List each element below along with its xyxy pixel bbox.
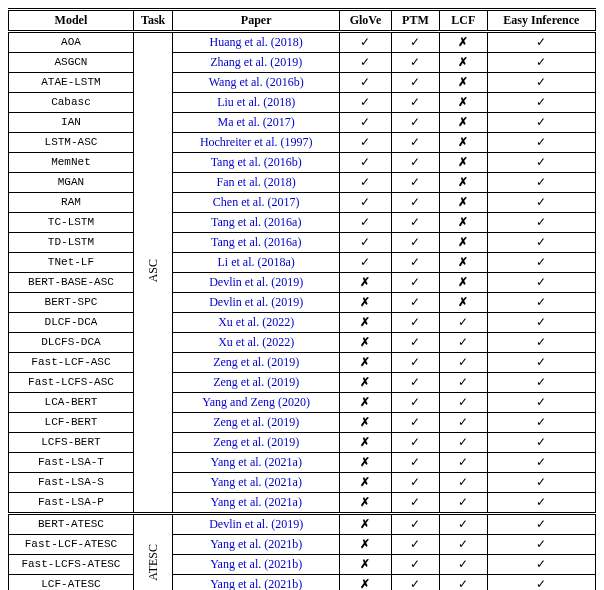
paper-link[interactable]: Yang and Zeng (2020) <box>202 395 310 409</box>
glove-cell: ✗ <box>339 575 391 591</box>
paper-link[interactable]: Liu et al. (2018) <box>217 95 295 109</box>
paper-link[interactable]: Yang et al. (2021b) <box>210 557 302 571</box>
easy-cell: ✓ <box>487 213 595 233</box>
paper-cell: Hochreiter et al. (1997) <box>173 133 340 153</box>
model-cell: BERT-BASE-ASC <box>9 273 134 293</box>
table-row: TD-LSTMTang et al. (2016a)✓✓✗✓ <box>9 233 596 253</box>
paper-cell: Liu et al. (2018) <box>173 93 340 113</box>
table-row: BERT-ATESCATESCDevlin et al. (2019)✗✓✓✓ <box>9 514 596 535</box>
lcf-cell: ✓ <box>439 514 487 535</box>
glove-cell: ✗ <box>339 555 391 575</box>
paper-link[interactable]: Zeng et al. (2019) <box>213 355 299 369</box>
easy-cell: ✓ <box>487 153 595 173</box>
easy-cell: ✓ <box>487 93 595 113</box>
paper-link[interactable]: Xu et al. (2022) <box>218 335 294 349</box>
paper-link[interactable]: Yang et al. (2021b) <box>210 577 302 590</box>
paper-cell: Yang and Zeng (2020) <box>173 393 340 413</box>
table-row: Fast-LCFS-ASCZeng et al. (2019)✗✓✓✓ <box>9 373 596 393</box>
paper-link[interactable]: Yang et al. (2021a) <box>210 475 301 489</box>
ptm-cell: ✓ <box>391 53 439 73</box>
lcf-cell: ✗ <box>439 253 487 273</box>
glove-cell: ✓ <box>339 153 391 173</box>
model-cell: Fast-LCFS-ATESC <box>9 555 134 575</box>
ptm-cell: ✓ <box>391 293 439 313</box>
lcf-cell: ✓ <box>439 555 487 575</box>
paper-link[interactable]: Fan et al. (2018) <box>217 175 296 189</box>
paper-link[interactable]: Zeng et al. (2019) <box>213 375 299 389</box>
task-cell: ASC <box>133 32 173 514</box>
paper-link[interactable]: Tang et al. (2016a) <box>211 215 301 229</box>
table-row: AOAASCHuang et al. (2018)✓✓✗✓ <box>9 32 596 53</box>
lcf-cell: ✗ <box>439 133 487 153</box>
table-row: TNet-LFLi et al. (2018a)✓✓✗✓ <box>9 253 596 273</box>
paper-link[interactable]: Zhang et al. (2019) <box>210 55 302 69</box>
paper-link[interactable]: Li et al. (2018a) <box>218 255 295 269</box>
ptm-cell: ✓ <box>391 373 439 393</box>
ptm-cell: ✓ <box>391 413 439 433</box>
paper-link[interactable]: Devlin et al. (2019) <box>209 517 303 531</box>
easy-cell: ✓ <box>487 514 595 535</box>
paper-link[interactable]: Devlin et al. (2019) <box>209 295 303 309</box>
model-cell: MGAN <box>9 173 134 193</box>
glove-cell: ✗ <box>339 453 391 473</box>
ptm-cell: ✓ <box>391 73 439 93</box>
model-cell: Fast-LSA-S <box>9 473 134 493</box>
col-paper: Paper <box>173 10 340 32</box>
paper-cell: Tang et al. (2016a) <box>173 213 340 233</box>
ptm-cell: ✓ <box>391 353 439 373</box>
paper-link[interactable]: Wang et al. (2016b) <box>209 75 304 89</box>
model-cell: MemNet <box>9 153 134 173</box>
paper-link[interactable]: Huang et al. (2018) <box>210 35 303 49</box>
model-cell: Cabasc <box>9 93 134 113</box>
lcf-cell: ✓ <box>439 373 487 393</box>
paper-cell: Xu et al. (2022) <box>173 313 340 333</box>
paper-link[interactable]: Ma et al. (2017) <box>218 115 295 129</box>
paper-cell: Zeng et al. (2019) <box>173 353 340 373</box>
lcf-cell: ✗ <box>439 153 487 173</box>
glove-cell: ✓ <box>339 93 391 113</box>
paper-link[interactable]: Tang et al. (2016a) <box>211 235 301 249</box>
table-row: TC-LSTMTang et al. (2016a)✓✓✗✓ <box>9 213 596 233</box>
lcf-cell: ✗ <box>439 113 487 133</box>
easy-cell: ✓ <box>487 313 595 333</box>
glove-cell: ✗ <box>339 493 391 514</box>
glove-cell: ✗ <box>339 293 391 313</box>
paper-cell: Zhang et al. (2019) <box>173 53 340 73</box>
glove-cell: ✗ <box>339 413 391 433</box>
ptm-cell: ✓ <box>391 213 439 233</box>
glove-cell: ✗ <box>339 373 391 393</box>
lcf-cell: ✗ <box>439 53 487 73</box>
paper-link[interactable]: Yang et al. (2021a) <box>210 495 301 509</box>
paper-link[interactable]: Devlin et al. (2019) <box>209 275 303 289</box>
easy-cell: ✓ <box>487 453 595 473</box>
lcf-cell: ✗ <box>439 73 487 93</box>
paper-cell: Zeng et al. (2019) <box>173 433 340 453</box>
paper-cell: Devlin et al. (2019) <box>173 273 340 293</box>
table-row: LSTM-ASCHochreiter et al. (1997)✓✓✗✓ <box>9 133 596 153</box>
header-row: Model Task Paper GloVe PTM LCF Easy Infe… <box>9 10 596 32</box>
lcf-cell: ✓ <box>439 453 487 473</box>
lcf-cell: ✗ <box>439 193 487 213</box>
table-row: BERT-SPCDevlin et al. (2019)✗✓✗✓ <box>9 293 596 313</box>
paper-link[interactable]: Zeng et al. (2019) <box>213 435 299 449</box>
paper-link[interactable]: Xu et al. (2022) <box>218 315 294 329</box>
paper-link[interactable]: Yang et al. (2021a) <box>210 455 301 469</box>
model-cell: AOA <box>9 32 134 53</box>
paper-link[interactable]: Zeng et al. (2019) <box>213 415 299 429</box>
paper-link[interactable]: Tang et al. (2016b) <box>211 155 302 169</box>
table-row: LCF-ATESCYang et al. (2021b)✗✓✓✓ <box>9 575 596 591</box>
glove-cell: ✗ <box>339 393 391 413</box>
easy-cell: ✓ <box>487 413 595 433</box>
paper-link[interactable]: Hochreiter et al. (1997) <box>200 135 313 149</box>
ptm-cell: ✓ <box>391 555 439 575</box>
model-cell: Fast-LCFS-ASC <box>9 373 134 393</box>
paper-cell: Yang et al. (2021a) <box>173 493 340 514</box>
table-row: Fast-LCF-ATESCYang et al. (2021b)✗✓✓✓ <box>9 535 596 555</box>
ptm-cell: ✓ <box>391 393 439 413</box>
paper-link[interactable]: Chen et al. (2017) <box>213 195 300 209</box>
paper-link[interactable]: Yang et al. (2021b) <box>210 537 302 551</box>
glove-cell: ✗ <box>339 473 391 493</box>
paper-cell: Yang et al. (2021a) <box>173 453 340 473</box>
ptm-cell: ✓ <box>391 233 439 253</box>
glove-cell: ✓ <box>339 193 391 213</box>
